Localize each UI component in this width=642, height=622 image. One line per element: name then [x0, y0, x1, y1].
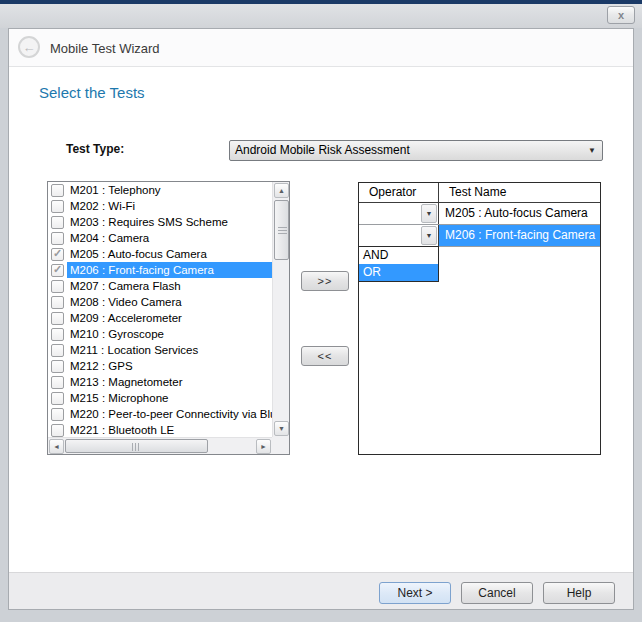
- test-type-value: Android Mobile Risk Assessment: [235, 143, 410, 157]
- list-item[interactable]: M206 : Front-facing Camera: [48, 262, 272, 278]
- close-icon: x: [618, 9, 624, 21]
- dialog-footer: Next > Cancel Help: [9, 572, 633, 609]
- list-item[interactable]: M203 : Requires SMS Scheme: [48, 214, 272, 230]
- checkbox[interactable]: [51, 232, 64, 245]
- test-name-cell: M206 : Front-facing Camera: [439, 225, 600, 246]
- list-item[interactable]: M205 : Auto-focus Camera: [48, 246, 272, 262]
- cancel-button[interactable]: Cancel: [461, 582, 533, 604]
- chevron-down-icon[interactable]: ▼: [421, 204, 437, 223]
- list-item[interactable]: M204 : Camera: [48, 230, 272, 246]
- checkbox[interactable]: [51, 216, 64, 229]
- mobile-test-wizard-dialog: ← Mobile Test Wizard Select the Tests Te…: [8, 28, 634, 610]
- list-item-label: M204 : Camera: [67, 230, 272, 246]
- remove-tests-button[interactable]: <<: [301, 346, 349, 366]
- available-tests-list: M201 : Telephony M202 : Wi-Fi M203 : Req…: [47, 181, 290, 455]
- checkbox[interactable]: [51, 392, 64, 405]
- scroll-right-icon[interactable]: ►: [256, 439, 271, 454]
- available-tests-items: M201 : Telephony M202 : Wi-Fi M203 : Req…: [48, 182, 272, 437]
- thumb-grip-icon: [278, 227, 287, 235]
- list-item[interactable]: M208 : Video Camera: [48, 294, 272, 310]
- close-button[interactable]: x: [607, 6, 635, 24]
- checkbox[interactable]: [51, 184, 64, 197]
- operator-option[interactable]: AND: [359, 247, 438, 264]
- checkbox[interactable]: [51, 312, 64, 325]
- test-name-cell: M205 : Auto-focus Camera: [439, 203, 600, 224]
- list-item-label: M203 : Requires SMS Scheme: [67, 214, 272, 230]
- list-item-label: M206 : Front-facing Camera: [67, 262, 272, 278]
- test-name-column-header: Test Name: [439, 183, 600, 202]
- checkbox[interactable]: [51, 328, 64, 341]
- checkbox[interactable]: [51, 200, 64, 213]
- wizard-header: ← Mobile Test Wizard: [9, 29, 633, 67]
- checkbox[interactable]: [51, 280, 64, 293]
- vertical-scroll-thumb[interactable]: [274, 200, 289, 260]
- operator-dropdown[interactable]: ▼: [359, 225, 439, 246]
- list-item-label: M207 : Camera Flash: [67, 278, 272, 294]
- list-item[interactable]: M221 : Bluetooth LE: [48, 422, 272, 437]
- operator-option[interactable]: OR: [359, 264, 438, 281]
- scroll-left-icon[interactable]: ◄: [49, 439, 64, 454]
- list-item[interactable]: M212 : GPS: [48, 358, 272, 374]
- list-item[interactable]: M201 : Telephony: [48, 182, 272, 198]
- checkbox[interactable]: [51, 248, 64, 261]
- scrollbar-corner: [272, 437, 289, 454]
- next-button[interactable]: Next >: [379, 582, 451, 604]
- list-item-label: M215 : Microphone: [67, 390, 272, 406]
- list-item-label: M211 : Location Services: [67, 342, 272, 358]
- list-item-label: M221 : Bluetooth LE: [67, 422, 272, 437]
- table-row[interactable]: ▼ M206 : Front-facing Camera: [359, 225, 600, 247]
- list-item-label: M213 : Magnetometer: [67, 374, 272, 390]
- list-item[interactable]: M202 : Wi-Fi: [48, 198, 272, 214]
- list-item-label: M209 : Accelerometer: [67, 310, 272, 326]
- list-item-label: M210 : Gyroscope: [67, 326, 272, 342]
- list-item[interactable]: M207 : Camera Flash: [48, 278, 272, 294]
- window-titlebar: x: [0, 4, 642, 28]
- chevron-down-icon: ▼: [588, 141, 596, 160]
- checkbox[interactable]: [51, 296, 64, 309]
- scroll-down-icon[interactable]: ▼: [274, 421, 289, 436]
- list-item[interactable]: M213 : Magnetometer: [48, 374, 272, 390]
- operator-column-header: Operator: [359, 183, 439, 202]
- scroll-up-icon[interactable]: ▲: [274, 183, 289, 198]
- vertical-scrollbar[interactable]: ▲ ▼: [272, 182, 289, 437]
- checkbox[interactable]: [51, 376, 64, 389]
- list-item-label: M201 : Telephony: [67, 182, 272, 198]
- checkbox[interactable]: [51, 408, 64, 421]
- checkbox[interactable]: [51, 264, 64, 277]
- back-button[interactable]: ←: [18, 36, 40, 58]
- table-header-row: Operator Test Name: [359, 183, 600, 203]
- checkbox[interactable]: [51, 360, 64, 373]
- list-item[interactable]: M215 : Microphone: [48, 390, 272, 406]
- checkbox[interactable]: [51, 424, 64, 437]
- list-item-label: M212 : GPS: [67, 358, 272, 374]
- list-item-label: M202 : Wi-Fi: [67, 198, 272, 214]
- test-type-select[interactable]: Android Mobile Risk Assessment ▼: [229, 140, 603, 161]
- list-item[interactable]: M220 : Peer-to-peer Connectivity via Blu…: [48, 406, 272, 422]
- horizontal-scroll-thumb[interactable]: [65, 439, 208, 453]
- checkbox[interactable]: [51, 344, 64, 357]
- table-row[interactable]: ▼ M205 : Auto-focus Camera: [359, 203, 600, 225]
- operator-options-popup: AND OR: [358, 246, 439, 282]
- list-item[interactable]: M211 : Location Services: [48, 342, 272, 358]
- help-button[interactable]: Help: [543, 582, 615, 604]
- add-tests-button[interactable]: >>: [301, 271, 349, 291]
- list-item-label: M205 : Auto-focus Camera: [67, 246, 272, 262]
- list-item[interactable]: M210 : Gyroscope: [48, 326, 272, 342]
- thumb-grip-icon: [132, 443, 140, 451]
- test-type-label: Test Type:: [66, 142, 124, 156]
- back-arrow-icon: ←: [23, 40, 36, 55]
- list-item-label: M208 : Video Camera: [67, 294, 272, 310]
- wizard-title: Mobile Test Wizard: [50, 41, 160, 56]
- chevron-down-icon[interactable]: ▼: [421, 226, 437, 245]
- selected-tests-table: Operator Test Name ▼ M205 : Auto-focus C…: [358, 182, 601, 455]
- operator-dropdown[interactable]: ▼: [359, 203, 439, 224]
- page-heading: Select the Tests: [39, 84, 145, 101]
- list-item-label: M220 : Peer-to-peer Connectivity via Blu…: [67, 406, 272, 422]
- list-item[interactable]: M209 : Accelerometer: [48, 310, 272, 326]
- horizontal-scrollbar[interactable]: ◄ ►: [48, 437, 272, 454]
